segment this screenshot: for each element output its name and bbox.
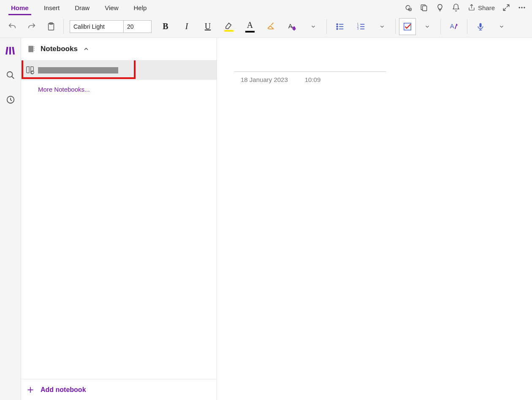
notebook-name-redacted	[38, 67, 118, 73]
add-notebook-label: Add notebook	[41, 386, 86, 394]
plus-icon	[26, 386, 35, 394]
svg-point-12	[337, 28, 338, 30]
numbered-list-button[interactable]: 123	[351, 17, 371, 36]
notebook-item[interactable]	[21, 60, 217, 80]
fullscreen-icon[interactable]	[502, 4, 510, 11]
svg-point-28	[7, 72, 12, 77]
tab-view[interactable]: View	[97, 2, 126, 14]
svg-rect-27	[12, 47, 15, 54]
recent-rail-button[interactable]	[4, 93, 17, 106]
ink-to-text-button[interactable]: A	[444, 17, 464, 36]
highlight-button[interactable]	[219, 17, 239, 36]
paste-button[interactable]	[42, 17, 60, 36]
tab-insert[interactable]: Insert	[36, 2, 68, 14]
titlebar-right-group: Share	[404, 3, 529, 12]
notebook-panel: Notebooks More Notebooks... Add notebook	[21, 38, 217, 400]
ribbon-separator	[467, 19, 467, 34]
clear-formatting-button[interactable]	[261, 17, 281, 36]
left-rail	[0, 38, 21, 400]
font-group	[70, 20, 152, 33]
more-notebooks-link[interactable]: More Notebooks...	[21, 80, 217, 99]
font-size-input[interactable]	[124, 20, 152, 33]
redo-button[interactable]	[23, 17, 41, 36]
svg-rect-22	[404, 23, 411, 30]
dictate-dropdown[interactable]	[492, 17, 511, 36]
svg-point-4	[521, 7, 522, 8]
share-label: Share	[478, 4, 495, 11]
notebook-panel-title: Notebooks	[41, 45, 78, 53]
page-canvas[interactable]: 18 January 2023 10:09	[217, 38, 532, 400]
open-notebook-icon	[25, 65, 35, 75]
notebook-header-icon	[27, 45, 35, 53]
page-time: 10:09	[305, 76, 321, 83]
share-button[interactable]: Share	[468, 4, 495, 11]
font-color-swatch	[245, 31, 255, 33]
tab-draw[interactable]: Draw	[67, 2, 97, 14]
sync-status-icon[interactable]	[404, 3, 412, 12]
bold-button[interactable]: B	[156, 17, 175, 36]
ribbon-separator	[63, 19, 64, 34]
styles-button[interactable]: A	[282, 17, 302, 36]
tab-bar: Home Insert Draw View Help Share	[0, 0, 532, 15]
svg-point-3	[519, 7, 520, 8]
svg-line-29	[11, 76, 14, 79]
bullet-list-button[interactable]	[330, 17, 350, 36]
page-title-input[interactable]	[234, 51, 386, 72]
ribbon-separator	[440, 19, 441, 34]
underline-button[interactable]: U	[198, 17, 217, 36]
chevron-up-icon	[83, 46, 90, 52]
svg-rect-2	[423, 6, 427, 11]
lightbulb-icon[interactable]	[436, 3, 444, 12]
highlight-color-swatch	[224, 30, 233, 32]
svg-rect-25	[5, 47, 8, 54]
feed-icon[interactable]	[420, 3, 428, 12]
ribbon: B I U A A 123 A	[0, 15, 532, 38]
font-color-button[interactable]: A	[240, 17, 260, 36]
svg-text:A: A	[288, 22, 293, 29]
svg-point-5	[524, 7, 525, 8]
italic-button[interactable]: I	[177, 17, 196, 36]
page-date: 18 January 2023	[241, 76, 288, 83]
svg-point-10	[337, 24, 338, 25]
notebook-list: More Notebooks...	[21, 60, 217, 379]
svg-point-11	[337, 26, 338, 27]
search-rail-button[interactable]	[4, 68, 17, 82]
notebook-panel-header[interactable]: Notebooks	[21, 38, 217, 60]
notebooks-rail-button[interactable]	[4, 44, 17, 57]
svg-text:A: A	[450, 22, 454, 29]
add-notebook-button[interactable]: Add notebook	[21, 379, 217, 400]
tab-help[interactable]: Help	[126, 2, 154, 14]
tab-home[interactable]: Home	[3, 2, 36, 14]
page-meta: 18 January 2023 10:09	[234, 72, 515, 87]
svg-text:3: 3	[357, 27, 359, 30]
svg-rect-31	[28, 46, 33, 52]
main-body: Notebooks More Notebooks... Add notebook…	[0, 38, 532, 400]
undo-button[interactable]	[3, 17, 21, 36]
ribbon-separator	[326, 19, 327, 34]
ribbon-separator	[395, 19, 396, 34]
main-tabs: Home Insert Draw View Help	[3, 2, 154, 14]
svg-rect-26	[9, 47, 11, 54]
styles-dropdown[interactable]	[304, 17, 323, 36]
list-dropdown[interactable]	[372, 17, 392, 36]
dictate-button[interactable]	[471, 17, 490, 36]
more-options-icon[interactable]	[518, 3, 526, 12]
notifications-icon[interactable]	[452, 3, 460, 12]
svg-rect-24	[480, 23, 482, 27]
tags-dropdown[interactable]	[418, 17, 437, 36]
font-name-input[interactable]	[70, 20, 124, 33]
todo-tag-button[interactable]	[399, 18, 416, 35]
